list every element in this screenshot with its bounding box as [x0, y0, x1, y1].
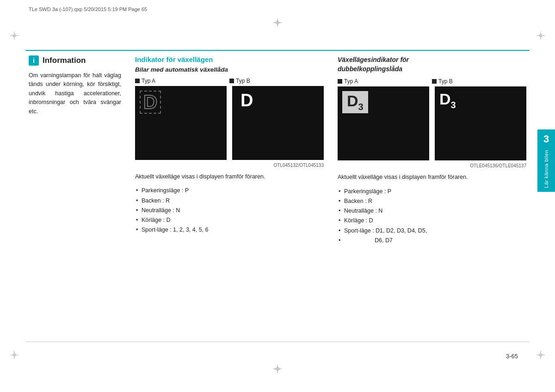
mid-display-a: D — [135, 86, 227, 160]
mid-column: Indikator för växellägen Bilar med autom… — [130, 55, 333, 337]
left-crosshair-bottom — [10, 351, 18, 361]
right-displays-row: D3 D3 — [338, 86, 526, 160]
mid-section-subtitle: Bilar med automatisk växellåda — [135, 66, 324, 73]
right-display-b-text: D3 — [439, 91, 456, 110]
list-item: Neutralläge : N — [338, 206, 526, 216]
mid-bullet-list: Parkeringsläge : P Backen : R Neutralläg… — [135, 186, 324, 235]
list-item: Parkeringsläge : P — [338, 187, 526, 196]
mid-display-a-letter: D — [140, 91, 161, 114]
right-description: Aktuellt växelläge visas i displayen fra… — [338, 173, 526, 182]
top-rule-line — [25, 50, 530, 51]
right-crosshair-top — [536, 31, 545, 41]
right-type-b-wrap: Typ B — [432, 78, 526, 85]
info-column: i Information Om varningslampan för halt… — [29, 55, 130, 337]
content-area: i Information Om varningslampan för halt… — [29, 55, 526, 337]
info-header: i Information — [29, 55, 121, 66]
right-type-a-square — [338, 79, 342, 84]
mid-section-title: Indikator för växellägen — [135, 55, 324, 63]
right-display-b: D3 — [435, 86, 526, 160]
right-type-b-label: Typ B — [432, 78, 526, 85]
mid-type-b-label: Typ B — [229, 78, 324, 84]
list-item: Parkeringsläge : P — [135, 186, 324, 196]
list-item: Körläge : D — [338, 216, 526, 226]
list-item: Sport-läge : D1, D2, D3, D4, D5, — [338, 226, 526, 236]
right-bullet-list: Parkeringsläge : P Backen : R Neutralläg… — [338, 187, 526, 246]
info-icon: i — [29, 55, 39, 66]
right-type-b-square — [432, 79, 437, 84]
right-display-a: D3 — [338, 86, 429, 160]
mid-display-b: D — [232, 86, 324, 160]
list-item: Neutralläge : N — [135, 206, 324, 215]
mid-image-caption: OTL045132/OTL045133 — [135, 163, 324, 168]
type-a-square — [135, 79, 140, 83]
bottom-crosshair — [273, 365, 282, 374]
right-image-caption: OTLE045136/OTLE045137 — [338, 163, 526, 168]
header-bar: TLe SWD 3a (-107).qxp 5/20/2015 5:19 PM … — [29, 6, 526, 12]
mid-display-b-letter: D — [237, 91, 257, 110]
mid-type-b-label-wrap: Typ B — [229, 78, 324, 84]
right-type-labels: Typ A Typ B — [338, 78, 526, 85]
top-crosshair — [273, 18, 282, 27]
list-item: Körläge : D — [135, 215, 324, 225]
list-item: Sport-läge : 1, 2, 3, 4, 5, 6 — [135, 225, 324, 235]
bottom-rule-line — [25, 342, 530, 342]
info-title: Information — [43, 56, 86, 65]
footer-page-number: 3-65 — [506, 353, 518, 360]
right-type-a-label: Typ A — [338, 78, 432, 85]
mid-type-a-label: Typ A — [135, 78, 229, 84]
right-crosshair-bottom — [536, 351, 545, 361]
type-b-square — [229, 79, 234, 83]
file-info: TLe SWD 3a (-107).qxp 5/20/2015 5:19 PM … — [29, 6, 147, 12]
info-body: Om varningslampan för halt väglag tänds … — [29, 71, 121, 116]
mid-description: Aktuellt växelläge visas i displayen fra… — [135, 172, 324, 181]
left-crosshair-top — [10, 31, 18, 41]
list-item: D6, D7 — [338, 236, 526, 245]
list-item: Backen : R — [135, 196, 324, 206]
mid-type-a-label-wrap: Typ A — [135, 78, 229, 84]
chapter-label: Lär känna bilen — [543, 150, 549, 188]
chapter-number: 3 — [543, 133, 549, 145]
mid-displays-row: D D — [135, 86, 324, 160]
right-section-title: Växellägesindikator för dubbelkopplingsl… — [338, 55, 526, 74]
chapter-tab: 3 Lär känna bilen — [537, 129, 555, 192]
right-display-a-text: D3 — [342, 91, 368, 113]
list-item: Backen : R — [338, 196, 526, 206]
right-column: Växellägesindikator för dubbelkopplingsl… — [333, 55, 526, 337]
right-type-a-wrap: Typ A — [338, 78, 432, 85]
mid-type-labels: Typ A Typ B — [135, 78, 324, 84]
